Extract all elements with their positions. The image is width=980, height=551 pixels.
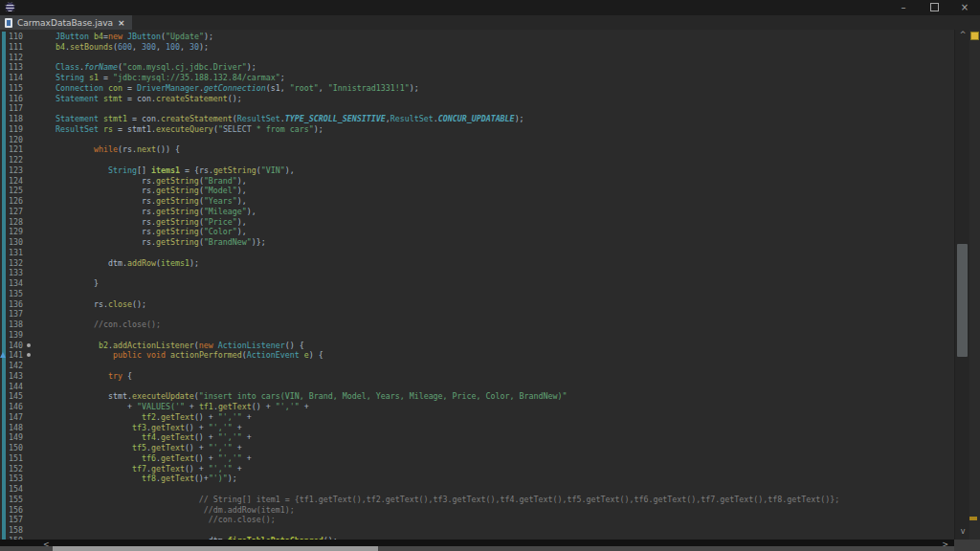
code-line-130[interactable]: 130 rs.getString("BrandNew")}; bbox=[0, 237, 954, 248]
code-line-115[interactable]: 115 Connection con = DriverManager.getCo… bbox=[0, 83, 954, 94]
editor-annotation-dot-icon[interactable] bbox=[27, 353, 31, 357]
gutter: 131 bbox=[0, 248, 36, 258]
scroll-up-arrow-icon[interactable]: ^ bbox=[955, 31, 970, 40]
code-line-139[interactable]: 139 bbox=[0, 330, 954, 341]
gutter: 128 bbox=[0, 217, 36, 228]
vertical-scrollbar-thumb[interactable] bbox=[957, 244, 968, 357]
warning-mark[interactable] bbox=[969, 517, 977, 520]
vertical-scrollbar[interactable]: ^ v bbox=[954, 30, 969, 540]
vcs-modified-bar bbox=[2, 299, 6, 310]
code-line-132[interactable]: 132 dtm.addRow(items1); bbox=[0, 258, 954, 269]
code-text: rs.getString("BrandNew")}; bbox=[36, 237, 266, 248]
tab-carmaxdatabase-java[interactable]: CarmaxDataBase.java × bbox=[0, 15, 132, 30]
code-line-126[interactable]: 126 rs.getString("Years"), bbox=[0, 196, 954, 207]
tab-close-icon[interactable]: × bbox=[118, 18, 125, 28]
code-line-158[interactable]: 158 bbox=[0, 525, 954, 536]
gutter: 147 bbox=[0, 412, 36, 423]
code-area[interactable]: 110 JButton b4=new JButton("Update");111… bbox=[0, 30, 954, 540]
gutter: 117 bbox=[0, 103, 36, 114]
line-number: 126 bbox=[9, 196, 23, 207]
vcs-modified-bar bbox=[2, 144, 6, 155]
code-line-134[interactable]: 134 } bbox=[0, 278, 954, 289]
code-line-154[interactable]: 154 bbox=[0, 484, 954, 495]
code-line-125[interactable]: 125 rs.getString("Model"), bbox=[0, 186, 954, 196]
code-line-127[interactable]: 127 rs.getString("Mileage"), bbox=[0, 207, 954, 217]
vcs-modified-bar bbox=[2, 443, 6, 453]
code-line-157[interactable]: 157 //con.close(); bbox=[0, 515, 954, 525]
code-line-110[interactable]: 110 JButton b4=new JButton("Update"); bbox=[0, 32, 954, 42]
close-button[interactable]: × bbox=[949, 0, 980, 15]
code-line-143[interactable]: 143 try { bbox=[0, 371, 954, 382]
code-line-114[interactable]: 114 String s1 = "jdbc:mysql://35.188.132… bbox=[0, 73, 954, 83]
code-line-147[interactable]: 147 tf2.getText() + "','" + bbox=[0, 412, 954, 423]
gutter: 123 bbox=[0, 165, 36, 176]
gutter: 113 bbox=[0, 62, 36, 73]
code-line-123[interactable]: 123 String[] items1 = {rs.getString("VIN… bbox=[0, 165, 954, 176]
code-line-131[interactable]: 131 bbox=[0, 248, 954, 258]
line-number: 145 bbox=[9, 391, 23, 402]
code-line-141[interactable]: 141 public void actionPerformed(ActionEv… bbox=[0, 350, 954, 361]
code-line-121[interactable]: 121 while(rs.next()) { bbox=[0, 144, 954, 155]
code-line-149[interactable]: 149 tf4.getText() + "','" + bbox=[0, 432, 954, 443]
vcs-modified-bar bbox=[2, 114, 6, 124]
editor-annotation-dot-icon[interactable] bbox=[27, 343, 31, 347]
gutter: 111 bbox=[0, 42, 36, 53]
code-line-140[interactable]: 140 b2.addActionListener(new ActionListe… bbox=[0, 341, 954, 351]
gutter: 116 bbox=[0, 94, 36, 104]
code-line-156[interactable]: 156 //dm.addRow(item1); bbox=[0, 505, 954, 516]
line-number: 110 bbox=[9, 32, 23, 42]
line-number: 118 bbox=[9, 114, 23, 124]
code-line-116[interactable]: 116 Statement stmt = con.createStatement… bbox=[0, 94, 954, 104]
vcs-modified-bar bbox=[2, 155, 6, 165]
code-text: tf4.getText() + "','" + bbox=[36, 432, 252, 443]
code-line-113[interactable]: 113 Class.forName("com.mysql.cj.jdbc.Dri… bbox=[0, 62, 954, 73]
code-line-128[interactable]: 128 rs.getString("Price"), bbox=[0, 217, 954, 228]
code-line-124[interactable]: 124 rs.getString("Brand"), bbox=[0, 176, 954, 187]
code-line-118[interactable]: 118 Statement stmt1 = con.createStatemen… bbox=[0, 114, 954, 124]
horizontal-scrollbar-thumb[interactable] bbox=[53, 546, 378, 551]
code-line-153[interactable]: 153 tf8.getText()+"')"); bbox=[0, 474, 954, 484]
restore-button[interactable] bbox=[919, 0, 949, 16]
tab-label: CarmaxDataBase.java bbox=[17, 18, 113, 28]
gutter: 155 bbox=[0, 495, 36, 505]
code-line-151[interactable]: 151 tf6.getText() + "','" + bbox=[0, 453, 954, 464]
vcs-modified-bar bbox=[2, 248, 6, 258]
line-number: 120 bbox=[9, 135, 23, 145]
code-line-112[interactable]: 112 bbox=[0, 53, 954, 63]
vcs-modified-bar bbox=[2, 382, 6, 392]
code-line-148[interactable]: 148 tf3.getText() + "','" + bbox=[0, 423, 954, 433]
gutter: 119 bbox=[0, 124, 36, 135]
vcs-modified-bar bbox=[2, 309, 6, 320]
warnings-status-icon[interactable] bbox=[970, 32, 979, 40]
gutter: 148 bbox=[0, 423, 36, 433]
code-line-145[interactable]: 145 stmt.executeUpdate("insert into cars… bbox=[0, 391, 954, 402]
code-line-137[interactable]: 137 bbox=[0, 309, 954, 320]
code-line-120[interactable]: 120 bbox=[0, 135, 954, 145]
code-line-144[interactable]: 144 bbox=[0, 382, 954, 392]
code-line-155[interactable]: 155 // String[] item1 = {tf1.getText(),t… bbox=[0, 495, 954, 505]
gutter: 139 bbox=[0, 330, 36, 341]
code-line-119[interactable]: 119 ResultSet rs = stmt1.executeQuery("S… bbox=[0, 124, 954, 135]
code-line-117[interactable]: 117 bbox=[0, 103, 954, 114]
code-line-129[interactable]: 129 rs.getString("Color"), bbox=[0, 227, 954, 237]
code-line-138[interactable]: 138 //con.close(); bbox=[0, 320, 954, 330]
gutter: 132 bbox=[0, 258, 36, 269]
code-line-111[interactable]: 111 b4.setBounds(600, 300, 100, 30); bbox=[0, 42, 954, 53]
vcs-modified-bar bbox=[2, 515, 6, 525]
gutter: 143 bbox=[0, 371, 36, 382]
code-line-150[interactable]: 150 tf5.getText() + "','" + bbox=[0, 443, 954, 453]
override-arrow-icon[interactable] bbox=[0, 352, 6, 358]
code-line-133[interactable]: 133 bbox=[0, 268, 954, 278]
line-number: 127 bbox=[9, 207, 23, 217]
java-file-icon bbox=[5, 18, 12, 28]
code-line-146[interactable]: 146 + "VALUES('" + tf1.getText() + "','"… bbox=[0, 402, 954, 412]
code-line-152[interactable]: 152 tf7.getText() + "','" + bbox=[0, 464, 954, 474]
code-line-136[interactable]: 136 rs.close(); bbox=[0, 299, 954, 310]
code-text: tf8.getText()+"')"); bbox=[36, 474, 237, 484]
line-number: 155 bbox=[9, 495, 23, 505]
code-line-135[interactable]: 135 bbox=[0, 289, 954, 299]
scroll-down-arrow-icon[interactable]: v bbox=[955, 527, 970, 537]
minimize-button[interactable]: – bbox=[888, 0, 919, 15]
code-line-122[interactable]: 122 bbox=[0, 155, 954, 165]
code-line-142[interactable]: 142 bbox=[0, 361, 954, 371]
